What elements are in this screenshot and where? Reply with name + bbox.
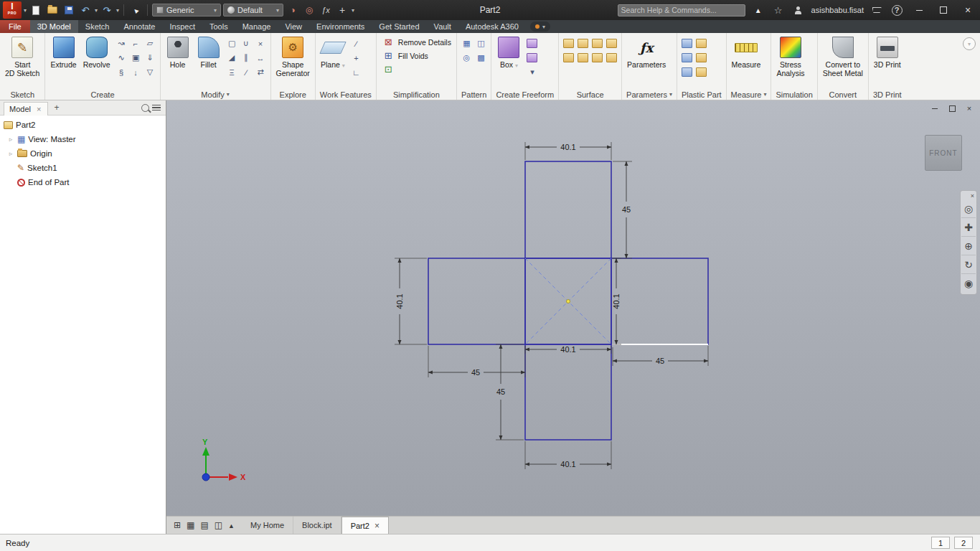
material-dropdown[interactable]: Generic ▾ — [152, 4, 221, 17]
send-to-a360-button[interactable] — [748, 0, 769, 21]
shape-generator-button[interactable]: ShapeGenerator — [274, 35, 312, 78]
search-input[interactable] — [621, 6, 742, 14]
tree-item-origin[interactable]: ▹ Origin — [0, 146, 166, 161]
stitch-surface-button[interactable] — [562, 37, 575, 50]
move-face-button[interactable] — [254, 51, 268, 65]
sketch-driven-pattern-button[interactable] — [474, 51, 488, 65]
sketch-canvas[interactable]: .sk{fill:none;stroke:#3430A6;stroke-widt… — [166, 100, 980, 516]
tab-vault[interactable]: Vault — [427, 20, 458, 33]
boss-button[interactable] — [680, 51, 694, 65]
import-button[interactable] — [143, 51, 157, 65]
emboss-button[interactable] — [129, 51, 143, 65]
circular-pattern-button[interactable] — [460, 51, 473, 65]
sculpt-button[interactable] — [590, 51, 604, 65]
doc-minimize-button[interactable] — [930, 103, 940, 113]
pan-button[interactable] — [961, 218, 976, 237]
rule-fillet-button[interactable] — [694, 51, 708, 65]
tile-grid-icon[interactable] — [187, 520, 194, 530]
doc-tab-my-home[interactable]: My Home — [242, 517, 293, 534]
tile-vertical-icon[interactable] — [215, 520, 222, 530]
redo-button[interactable] — [100, 2, 114, 18]
move-body-button[interactable] — [254, 65, 268, 79]
dimension-left[interactable]: 40.1 — [395, 293, 404, 309]
tree-item-sketch1[interactable]: Sketch1 — [0, 161, 166, 175]
viewport[interactable]: .sk{fill:none;stroke:#3430A6;stroke-widt… — [166, 100, 980, 516]
start-2d-sketch-button[interactable]: Start2D Sketch — [3, 35, 42, 78]
snap-fit-button[interactable] — [694, 37, 708, 50]
measure-button[interactable]: Measure — [730, 35, 763, 70]
doc-tab-block-ipt[interactable]: Block.ipt — [293, 517, 341, 534]
freeform-more-caret-icon[interactable]: ▾ — [525, 65, 539, 79]
ribbon-display-options-button[interactable]: ▾ — [530, 22, 550, 32]
dimension-right-inner[interactable]: 40.1 — [612, 293, 621, 309]
tree-item-view-master[interactable]: ▹ View: Master — [0, 132, 166, 146]
browser-add-tab-button[interactable]: + — [51, 102, 62, 113]
expand-tab-list-icon[interactable] — [228, 520, 235, 530]
coil-button[interactable] — [115, 65, 128, 79]
parameters-button[interactable]: Parameters — [625, 35, 668, 70]
tab-file[interactable]: File — [0, 20, 30, 33]
split-button[interactable] — [240, 65, 253, 79]
ucs-button[interactable] — [349, 65, 363, 79]
stress-analysis-button[interactable]: StressAnalysis — [774, 35, 806, 78]
viewcube[interactable]: FRONT — [925, 135, 962, 171]
qat-overflow-caret-icon[interactable]: ▾ — [352, 7, 354, 14]
mirror-button[interactable] — [474, 37, 488, 50]
favorites-button[interactable] — [771, 2, 786, 18]
tab-tools[interactable]: Tools — [202, 20, 235, 33]
user-name[interactable]: asishbabu.fisat — [811, 6, 864, 14]
dimension-center[interactable]: 40.1 — [560, 345, 575, 354]
browser-tab-close-icon[interactable]: × — [37, 105, 41, 113]
work-point-button[interactable] — [349, 51, 363, 65]
dimension-right-top[interactable]: 45 — [622, 205, 631, 214]
app-store-button[interactable] — [870, 2, 884, 18]
navigation-wheel-button[interactable] — [961, 199, 976, 218]
browser-tab-model[interactable]: Model × — [4, 102, 48, 116]
define-envelopes-button[interactable] — [380, 62, 397, 76]
rectangular-pattern-button[interactable] — [460, 37, 473, 50]
convert-to-sheet-metal-button[interactable]: Convert toSheet Metal — [821, 35, 865, 78]
combine-button[interactable] — [240, 37, 253, 50]
new-file-button[interactable] — [29, 2, 43, 18]
delete-face-button[interactable] — [254, 37, 268, 50]
group-label-parameters[interactable]: Parameters▾ — [622, 89, 677, 100]
tab-3d-model[interactable]: 3D Model — [30, 20, 78, 33]
loft-button[interactable] — [115, 51, 128, 65]
doc-restore-button[interactable] — [947, 103, 957, 113]
zoom-button[interactable] — [961, 237, 976, 255]
doc-close-button[interactable]: × — [964, 103, 974, 113]
add-command-button[interactable] — [335, 2, 349, 18]
sketch-center-point[interactable] — [567, 300, 570, 303]
orbit-button[interactable] — [961, 255, 976, 274]
extrude-button[interactable]: Extrude — [48, 35, 78, 70]
doc-tab-close-icon[interactable]: × — [374, 521, 380, 531]
patch-button[interactable] — [562, 51, 575, 65]
dimension-bottom-vertical[interactable]: 45 — [496, 387, 505, 396]
unwrap-button[interactable] — [143, 65, 157, 79]
fill-voids-button[interactable]: Fill Voids — [380, 49, 430, 62]
undo-button[interactable] — [78, 2, 93, 18]
shell-button[interactable] — [225, 37, 239, 50]
adjust-appearance-button[interactable] — [286, 2, 300, 18]
tab-environments[interactable]: Environments — [309, 20, 372, 33]
close-button[interactable] — [958, 2, 977, 18]
rib-button[interactable] — [129, 37, 143, 50]
undo-caret-icon[interactable]: ▾ — [95, 7, 98, 14]
revolve-button[interactable]: Revolve — [81, 35, 113, 70]
browser-search-icon[interactable] — [141, 104, 149, 112]
rest-button[interactable] — [680, 65, 694, 79]
dimensions[interactable]: 40.1 45 40.1 — [395, 142, 708, 469]
status-field-1[interactable]: 1 — [931, 537, 950, 549]
offset-surface-button[interactable] — [590, 37, 604, 50]
tab-manage[interactable]: Manage — [235, 20, 278, 33]
tree-item-end-of-part[interactable]: End of Part — [0, 175, 166, 189]
redo-caret-icon[interactable]: ▾ — [116, 7, 119, 14]
group-label-modify[interactable]: Modify▾ — [161, 89, 270, 100]
sweep-button[interactable] — [115, 37, 128, 50]
extend-surface-button[interactable] — [576, 51, 590, 65]
parameters-quick-button[interactable] — [319, 2, 333, 18]
tab-autodesk-a360[interactable]: Autodesk A360 — [458, 20, 526, 33]
save-button[interactable] — [62, 2, 76, 18]
3d-print-button[interactable]: 3D Print — [872, 35, 903, 70]
help-button[interactable] — [890, 2, 904, 18]
